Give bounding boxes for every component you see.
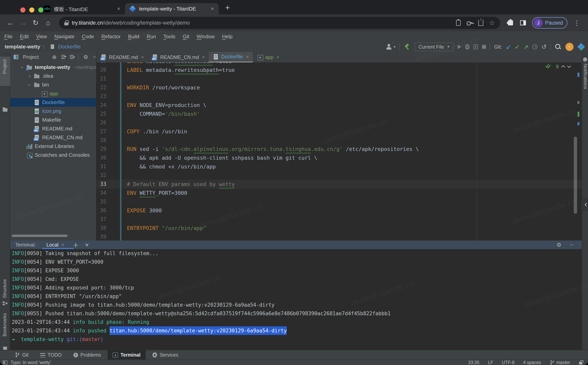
new-terminal-icon[interactable]: ＋: [73, 240, 79, 249]
menu-help[interactable]: Help: [222, 34, 232, 40]
chevron-down-icon[interactable]: ∨: [85, 242, 89, 247]
forward-icon[interactable]: →: [18, 19, 28, 27]
expand-all-icon[interactable]: [61, 55, 65, 59]
close-tab-icon[interactable]: ×: [202, 55, 205, 60]
stripe-mark[interactable]: [577, 112, 579, 117]
select-opened-file-icon[interactable]: ⊕: [52, 54, 56, 60]
tree-item-template-wetty[interactable]: ›template-wetty~/workspace: [10, 63, 96, 72]
editor-tab-readme_cn.md[interactable]: MDREADME_CN.md×: [148, 52, 209, 63]
structure-icon[interactable]: [3, 301, 7, 305]
close-tab-icon[interactable]: ×: [276, 55, 279, 60]
reload-icon[interactable]: ↻: [30, 19, 41, 27]
run-coverage-icon[interactable]: [473, 44, 478, 49]
menu-code[interactable]: Code: [82, 34, 94, 40]
menu-build[interactable]: Build: [128, 34, 139, 40]
terminal-tab-local[interactable]: Local×: [45, 240, 66, 249]
git-push-icon[interactable]: ↗: [524, 43, 528, 50]
key-icon[interactable]: [467, 20, 472, 26]
close-tab-icon[interactable]: ×: [246, 54, 249, 60]
menu-navigate[interactable]: Navigate: [55, 34, 75, 40]
rollback-icon[interactable]: ↺: [541, 43, 547, 50]
breadcrumb[interactable]: template-wetty 〉 Dockerfile: [5, 43, 81, 50]
menu-view[interactable]: View: [36, 34, 47, 40]
inspections-widget[interactable]: 9: [545, 63, 570, 70]
stripe-mark[interactable]: [577, 73, 579, 77]
stripe-label-structure[interactable]: Structure: [2, 279, 7, 298]
close-icon[interactable]: ×: [61, 242, 64, 248]
collapse-all-icon[interactable]: [70, 55, 74, 59]
git-branch-widget[interactable]: master: [550, 360, 570, 365]
editor-tab-dockerfile[interactable]: Dockerfile×: [209, 52, 253, 63]
chevron-down-icon[interactable]: ›: [19, 65, 25, 70]
stripe-label-notifications[interactable]: Notifications: [583, 64, 588, 89]
browser-tab-inactive[interactable]: <t> 模板 - TitanIDE ×: [39, 3, 125, 14]
run-config-dropdown[interactable]: Current File▼: [415, 42, 454, 51]
editor-scrollbar[interactable]: [574, 137, 577, 214]
share-icon[interactable]: [478, 20, 483, 26]
build-hammer-icon[interactable]: [404, 43, 411, 50]
stripe-label-project[interactable]: Project: [2, 59, 7, 74]
tree-item-app[interactable]: ›app: [10, 89, 96, 98]
browser-menu-icon[interactable]: ⋮: [574, 19, 580, 27]
chevron-right-icon[interactable]: ›: [27, 73, 32, 79]
status-message[interactable]: Typo: In word 'wetty': [3, 360, 51, 365]
tree-item-readme_cn.md[interactable]: MDREADME_CN.md: [10, 133, 96, 142]
tree-item-dockerfile[interactable]: Dockerfile: [10, 98, 96, 107]
editor-tab-app[interactable]: ›app×: [253, 52, 283, 63]
close-window-button[interactable]: [20, 7, 25, 13]
toolwindow-git[interactable]: Git: [10, 350, 34, 360]
tree-item-external libraries[interactable]: External Libraries: [10, 142, 96, 151]
clipboard-icon[interactable]: [456, 20, 461, 26]
new-tab-button[interactable]: +: [225, 3, 230, 12]
event-log-icon[interactable]: [3, 360, 7, 365]
stripe-mark[interactable]: [577, 122, 579, 125]
editor[interactable]: MDREADME.md×MDREADME_CN.md×Dockerfile×›a…: [96, 52, 582, 240]
folder-icon[interactable]: [3, 108, 7, 112]
url-text[interactable]: try.titanide.cn/ide/web/coding/template-…: [72, 20, 450, 26]
history-icon[interactable]: [532, 44, 538, 49]
tree-item-bin[interactable]: ›bin: [10, 80, 96, 89]
tree-item-readme.md[interactable]: MDREADME.md: [10, 124, 96, 133]
titan-logo-icon[interactable]: [577, 43, 585, 50]
breadcrumb-file[interactable]: Dockerfile: [58, 44, 81, 50]
line-ending[interactable]: LF: [488, 360, 493, 365]
tree-item-makefile[interactable]: Makefile: [10, 116, 96, 124]
stop-icon[interactable]: [482, 45, 486, 49]
breadcrumb-project[interactable]: template-wetty: [5, 44, 40, 50]
editor-tab-readme.md[interactable]: MDREADME.md×: [97, 52, 148, 63]
home-icon[interactable]: ⌂: [42, 19, 54, 27]
sidebar-icon[interactable]: [520, 20, 526, 25]
toolwindow-todo[interactable]: TODO: [35, 350, 67, 360]
horizontal-scrollbar[interactable]: [12, 235, 68, 237]
menu-refactor[interactable]: Refactor: [101, 34, 120, 40]
encoding[interactable]: UTF-8: [502, 360, 514, 365]
toolwindow-problems[interactable]: !Problems: [68, 350, 106, 360]
gear-icon[interactable]: ⚙: [83, 54, 88, 60]
close-tab-icon[interactable]: ×: [141, 55, 144, 60]
git-commit-icon[interactable]: ✓: [515, 43, 520, 50]
upgrade-icon[interactable]: ↑: [565, 43, 574, 51]
tree-item-.idea[interactable]: ›.idea: [10, 72, 96, 80]
close-tab-icon[interactable]: ×: [211, 6, 214, 12]
fullscreen-window-button[interactable]: [38, 7, 43, 13]
back-icon[interactable]: ←: [5, 19, 16, 27]
menu-run[interactable]: Run: [147, 34, 156, 40]
caret-position[interactable]: 33:35: [468, 360, 479, 365]
stripe-mark[interactable]: [577, 101, 579, 104]
chevron-down-icon[interactable]: ›: [27, 83, 32, 87]
tree-item-icon.png[interactable]: icon.png: [10, 107, 96, 116]
git-update-icon[interactable]: ↙: [506, 43, 511, 50]
toolwindow-services[interactable]: Services: [147, 350, 183, 360]
close-tab-icon[interactable]: ×: [117, 6, 120, 12]
indent-setting[interactable]: 4 spaces: [523, 360, 541, 365]
hide-panel-icon[interactable]: −: [93, 54, 96, 60]
gear-icon[interactable]: ⚙: [557, 242, 561, 248]
project-tree[interactable]: ›template-wetty~/workspace›.idea›bin›app…: [10, 63, 96, 160]
browser-tab-active[interactable]: template-wetty - TitanIDE ×: [125, 3, 219, 14]
collapse-panel-button[interactable]: ‹: [581, 198, 588, 211]
menu-tools[interactable]: Tools: [163, 34, 175, 40]
menu-window[interactable]: Window: [196, 34, 215, 40]
address-bar[interactable]: try.titanide.cn/ide/web/coding/template-…: [59, 17, 500, 29]
notifications-icon[interactable]: [583, 57, 587, 61]
menu-git[interactable]: Git: [183, 34, 189, 40]
